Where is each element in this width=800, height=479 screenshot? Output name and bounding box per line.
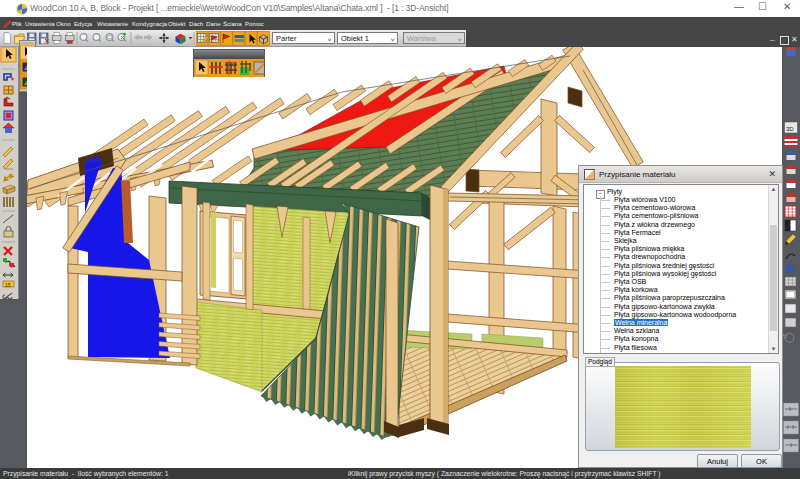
svg-text:3D: 3D [786,126,794,132]
svg-text:15: 15 [5,282,11,288]
